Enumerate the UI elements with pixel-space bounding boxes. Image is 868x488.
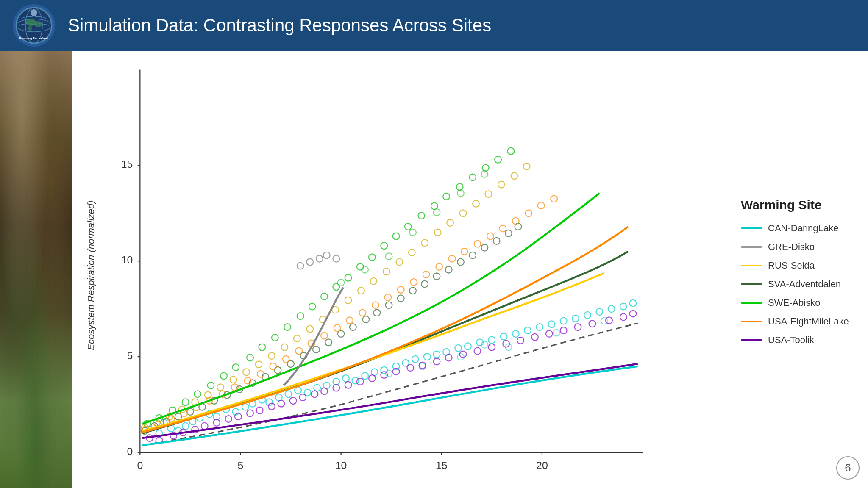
chart-svg: 0 5 10 15 xyxy=(102,59,724,488)
legend-item-label: USA-Toolik xyxy=(768,335,814,346)
legend-item: USA-Toolik xyxy=(741,335,860,346)
svg-point-5 xyxy=(27,26,32,30)
logo: Warming Permafrost xyxy=(13,4,55,47)
legend-item-label: SVA-Adventdalen xyxy=(768,279,841,290)
legend-color-line xyxy=(741,283,762,285)
svg-point-4 xyxy=(34,21,42,27)
scatter-plot: 0 5 10 15 xyxy=(102,59,724,488)
page-title: Simulation Data: Contrasting Responses A… xyxy=(68,15,491,36)
legend-item: SVA-Adventdalen xyxy=(741,279,860,290)
slide-number: 6 xyxy=(836,456,860,480)
legend-item: GRE-Disko xyxy=(741,241,860,252)
legend-items: CAN-DaringLakeGRE-DiskoRUS-SeidaSVA-Adve… xyxy=(741,223,860,353)
legend-item-label: RUS-Seida xyxy=(768,260,815,271)
legend-color-line xyxy=(741,246,762,248)
svg-text:5: 5 xyxy=(127,350,133,361)
logo-globe-icon: Warming Permafrost xyxy=(15,6,53,44)
svg-text:0: 0 xyxy=(127,446,133,457)
legend-color-line xyxy=(741,339,762,341)
legend-item: USA-EightMileLake xyxy=(741,316,860,327)
legend-color-line xyxy=(741,302,762,304)
svg-text:10: 10 xyxy=(121,254,133,266)
svg-text:0: 0 xyxy=(137,460,143,471)
chart-wrapper: Ecosystem Respiration (normalized) 0 xyxy=(81,59,860,488)
legend-item: SWE-Abisko xyxy=(741,297,860,308)
chart-and-legend: 0 5 10 15 xyxy=(102,59,860,488)
svg-text:15: 15 xyxy=(121,158,133,170)
chart-area: Ecosystem Respiration (normalized) 0 xyxy=(72,51,868,488)
soil-photo xyxy=(0,51,72,488)
legend-item-label: GRE-Disko xyxy=(768,241,815,252)
header: Warming Permafrost Simulation Data: Cont… xyxy=(0,0,868,51)
svg-text:10: 10 xyxy=(335,460,347,471)
svg-text:15: 15 xyxy=(436,460,448,471)
legend-item-label: USA-EightMileLake xyxy=(768,316,849,327)
svg-point-6 xyxy=(31,9,37,16)
legend-item: RUS-Seida xyxy=(741,260,860,271)
svg-text:5: 5 xyxy=(238,460,244,471)
svg-text:20: 20 xyxy=(536,460,548,471)
svg-text:Warming Permafrost: Warming Permafrost xyxy=(19,37,49,40)
svg-rect-8 xyxy=(140,70,643,452)
legend-title: Warming Site xyxy=(741,198,860,212)
legend-color-line xyxy=(741,227,762,229)
legend-color-line xyxy=(741,321,762,322)
legend-item-label: CAN-DaringLake xyxy=(768,223,838,234)
y-axis-label: Ecosystem Respiration (normalized) xyxy=(86,200,97,350)
y-axis-label-container: Ecosystem Respiration (normalized) xyxy=(81,59,102,488)
legend-container: Warming Site CAN-DaringLakeGRE-DiskoRUS-… xyxy=(724,59,860,488)
legend-item: CAN-DaringLake xyxy=(741,223,860,234)
legend-color-line xyxy=(741,265,762,266)
legend-item-label: SWE-Abisko xyxy=(768,297,820,308)
main-content: Ecosystem Respiration (normalized) 0 xyxy=(0,51,868,488)
